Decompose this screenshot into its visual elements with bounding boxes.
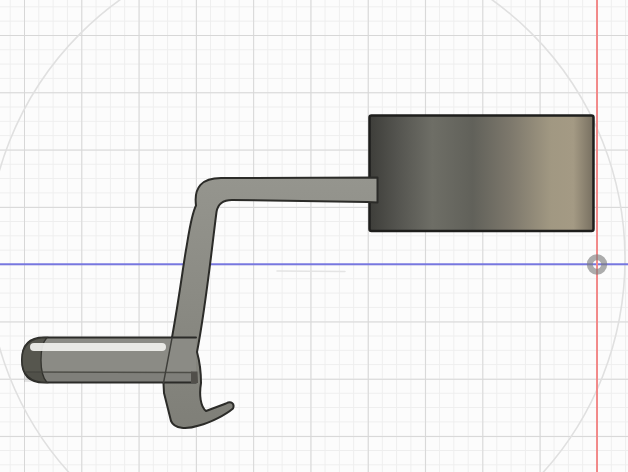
hidden-edge-line <box>277 271 345 272</box>
crank-bracket-body[interactable] <box>164 178 378 428</box>
handle-rod-crease-line <box>26 372 192 373</box>
cylinder-body[interactable] <box>370 116 594 232</box>
grid-boundary-circle <box>0 0 625 472</box>
handle-rod-shade <box>24 373 196 383</box>
bracket-flare-facet <box>191 372 198 384</box>
handle-rod-highlight <box>30 343 166 351</box>
cad-scene <box>0 0 628 472</box>
cad-viewport[interactable] <box>0 0 628 472</box>
